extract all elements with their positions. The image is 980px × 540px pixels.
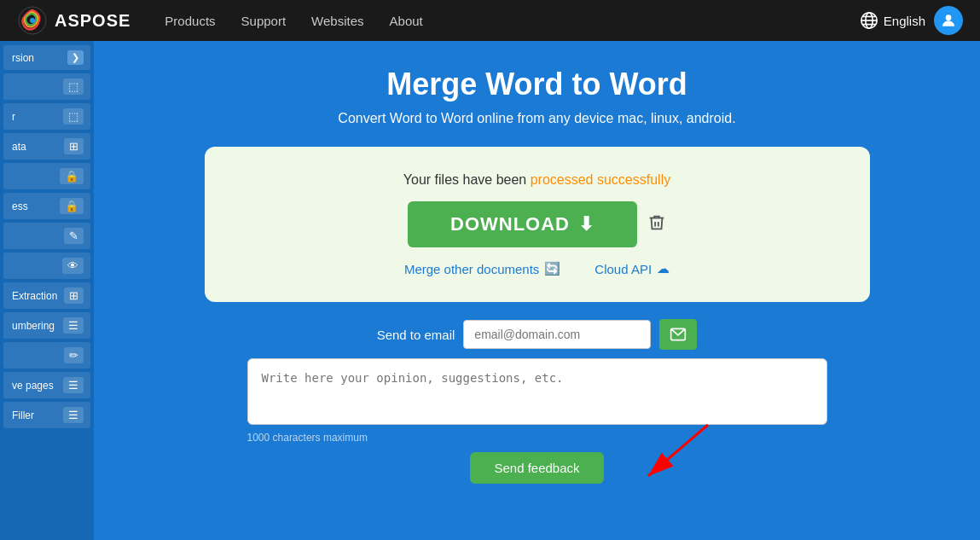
sidebar-item-press-label: ess: [12, 200, 28, 212]
nav-links: Products Support Websites About: [165, 14, 859, 28]
logo-icon: [17, 5, 48, 36]
sidebar-filler-icon: ☰: [63, 407, 84, 423]
page-subtitle: Convert Word to Word online from any dev…: [338, 111, 735, 126]
sidebar-item-extraction-label: Extraction: [12, 290, 57, 302]
cloud-icon: ☁: [657, 261, 670, 276]
logo-text: ASPOSE: [55, 11, 130, 31]
sidebar-item-edit[interactable]: ✎: [3, 223, 90, 249]
sidebar-pen-icon: ✏: [64, 347, 84, 363]
success-highlight: processed successfully: [531, 172, 671, 187]
sidebar-extraction-icon: ⊞: [64, 287, 84, 304]
feedback-textarea[interactable]: [247, 358, 827, 425]
language-selector[interactable]: English: [860, 11, 925, 30]
globe-icon: [860, 11, 879, 30]
success-message: Your files have been processed successfu…: [403, 172, 670, 188]
svg-point-1: [30, 18, 35, 23]
sidebar-icon-data: ⊞: [64, 138, 84, 154]
sidebar-item-3[interactable]: r ⬚: [3, 103, 90, 130]
logo[interactable]: ASPOSE: [17, 5, 130, 36]
main-content: Merge Word to Word Convert Word to Word …: [94, 41, 980, 540]
user-avatar[interactable]: [934, 6, 963, 35]
merge-other-link[interactable]: Merge other documents 🔄: [404, 261, 560, 276]
merge-other-label: Merge other documents: [404, 262, 539, 276]
sidebar-item-pages-label: ve pages: [12, 380, 54, 392]
download-row: DOWNLOAD ⬇: [408, 201, 666, 247]
email-row: Send to email: [377, 319, 698, 350]
sidebar: rsion ❯ ⬚ r ⬚ ata ⊞ 🔒 ess 🔒 ✎ 👁 Extracti…: [0, 41, 94, 540]
cloud-api-link[interactable]: Cloud API ☁: [594, 261, 670, 276]
char-limit-text: 1000 characters maximum: [247, 432, 827, 444]
sidebar-item-view[interactable]: 👁: [3, 253, 90, 279]
refresh-icon: 🔄: [544, 261, 560, 276]
result-card: Your files have been processed successfu…: [205, 147, 870, 302]
navbar-right: English: [860, 6, 963, 35]
sidebar-item-numbering-label: umbering: [12, 320, 55, 332]
sidebar-arrow-icon: ❯: [67, 50, 84, 65]
sidebar-item-pages[interactable]: ve pages ☰: [3, 372, 90, 398]
sidebar-item-2[interactable]: ⬚: [3, 73, 90, 100]
language-label: English: [884, 14, 925, 28]
sidebar-item-pen[interactable]: ✏: [3, 342, 90, 369]
sidebar-item-numbering[interactable]: umbering ☰: [3, 312, 90, 339]
download-icon: ⬇: [578, 213, 594, 235]
nav-support[interactable]: Support: [241, 14, 287, 28]
page-title: Merge Word to Word: [386, 67, 687, 102]
delete-button[interactable]: [647, 213, 666, 236]
sidebar-item-lock1[interactable]: 🔒: [3, 163, 90, 189]
email-send-button[interactable]: [659, 319, 697, 350]
svg-point-7: [946, 15, 952, 20]
email-input[interactable]: [463, 320, 651, 349]
nav-about[interactable]: About: [390, 14, 423, 28]
download-button[interactable]: DOWNLOAD ⬇: [408, 201, 637, 247]
sidebar-item-extraction[interactable]: Extraction ⊞: [3, 282, 90, 309]
sidebar-view-icon: 👁: [62, 258, 84, 274]
navbar: ASPOSE Products Support Websites About E…: [0, 0, 980, 41]
sidebar-item-filler[interactable]: Filler ☰: [3, 402, 90, 428]
sidebar-numbering-icon: ☰: [63, 317, 84, 334]
sidebar-icon-press: 🔒: [60, 198, 84, 214]
sidebar-item-3-label: r: [12, 111, 15, 123]
action-links: Merge other documents 🔄 Cloud API ☁: [404, 261, 670, 276]
sidebar-pages-icon: ☰: [63, 377, 84, 393]
success-text-before: Your files have been: [403, 172, 531, 187]
send-feedback-button[interactable]: Send feedback: [470, 452, 603, 484]
sidebar-item-filler-label: Filler: [12, 409, 34, 421]
download-label: DOWNLOAD: [450, 213, 570, 235]
feedback-area: 1000 characters maximum Send feedback: [247, 358, 827, 484]
sidebar-edit-icon: ✎: [64, 228, 84, 244]
sidebar-item-press[interactable]: ess 🔒: [3, 193, 90, 219]
cloud-api-label: Cloud API: [594, 262, 652, 276]
sidebar-lock1-icon: 🔒: [60, 168, 84, 184]
sidebar-icon-3: ⬚: [63, 108, 84, 125]
sidebar-icon-2: ⬚: [63, 78, 84, 95]
email-icon: [670, 326, 687, 343]
sidebar-item-version-label: rsion: [12, 52, 34, 64]
trash-icon: [647, 213, 666, 232]
sidebar-item-data[interactable]: ata ⊞: [3, 133, 90, 160]
email-label: Send to email: [377, 328, 455, 342]
user-icon: [940, 12, 957, 29]
sidebar-item-version[interactable]: rsion ❯: [3, 45, 90, 70]
sidebar-item-data-label: ata: [12, 141, 26, 153]
nav-products[interactable]: Products: [165, 14, 215, 28]
nav-websites[interactable]: Websites: [311, 14, 363, 28]
